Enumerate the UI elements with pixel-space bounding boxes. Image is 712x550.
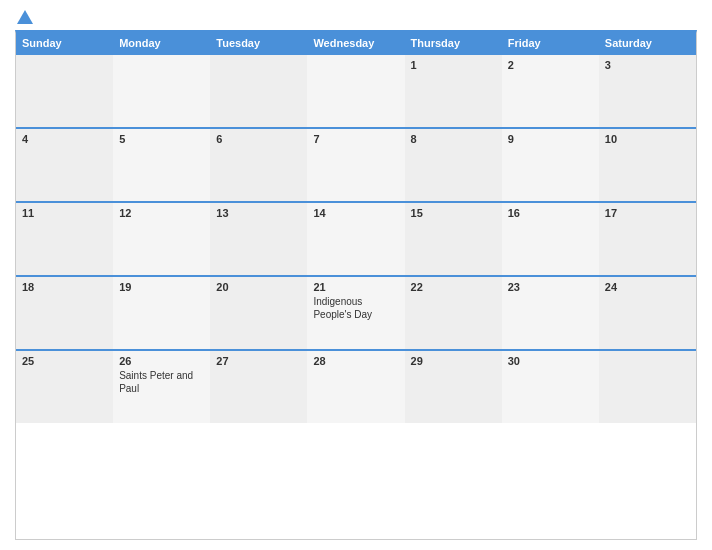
day-cell: 5	[113, 129, 210, 201]
day-header-friday: Friday	[502, 33, 599, 53]
weeks-container: 123456789101112131415161718192021Indigen…	[16, 53, 696, 423]
day-cell: 27	[210, 351, 307, 423]
day-cell	[307, 55, 404, 127]
logo-triangle-icon	[17, 10, 33, 24]
day-cell	[599, 351, 696, 423]
day-cell: 23	[502, 277, 599, 349]
day-cell: 1	[405, 55, 502, 127]
day-number: 5	[119, 133, 204, 145]
day-number: 7	[313, 133, 398, 145]
day-number: 23	[508, 281, 593, 293]
day-number: 3	[605, 59, 690, 71]
day-number: 14	[313, 207, 398, 219]
day-number: 25	[22, 355, 107, 367]
week-row-5: 2526Saints Peter and Paul27282930	[16, 349, 696, 423]
day-cell: 28	[307, 351, 404, 423]
day-cell: 14	[307, 203, 404, 275]
day-number: 10	[605, 133, 690, 145]
day-header-wednesday: Wednesday	[307, 33, 404, 53]
week-row-1: 123	[16, 53, 696, 127]
calendar-page: SundayMondayTuesdayWednesdayThursdayFrid…	[0, 0, 712, 550]
day-number: 20	[216, 281, 301, 293]
day-number: 21	[313, 281, 398, 293]
day-number: 18	[22, 281, 107, 293]
day-headers-row: SundayMondayTuesdayWednesdayThursdayFrid…	[16, 33, 696, 53]
day-cell: 4	[16, 129, 113, 201]
day-cell: 3	[599, 55, 696, 127]
day-cell: 29	[405, 351, 502, 423]
day-cell	[113, 55, 210, 127]
header	[15, 10, 697, 22]
day-number: 12	[119, 207, 204, 219]
day-number: 16	[508, 207, 593, 219]
day-cell: 11	[16, 203, 113, 275]
day-number: 28	[313, 355, 398, 367]
day-number: 4	[22, 133, 107, 145]
day-number: 13	[216, 207, 301, 219]
day-cell: 18	[16, 277, 113, 349]
week-row-3: 11121314151617	[16, 201, 696, 275]
day-cell: 15	[405, 203, 502, 275]
day-cell: 20	[210, 277, 307, 349]
week-row-2: 45678910	[16, 127, 696, 201]
day-cell: 13	[210, 203, 307, 275]
day-number: 27	[216, 355, 301, 367]
day-number: 29	[411, 355, 496, 367]
day-cell: 2	[502, 55, 599, 127]
day-cell: 30	[502, 351, 599, 423]
day-number: 26	[119, 355, 204, 367]
calendar-grid: SundayMondayTuesdayWednesdayThursdayFrid…	[15, 30, 697, 540]
day-header-saturday: Saturday	[599, 33, 696, 53]
day-number: 2	[508, 59, 593, 71]
day-cell: 17	[599, 203, 696, 275]
day-cell: 9	[502, 129, 599, 201]
day-number: 9	[508, 133, 593, 145]
day-number: 30	[508, 355, 593, 367]
event-label: Saints Peter and Paul	[119, 369, 204, 395]
day-header-monday: Monday	[113, 33, 210, 53]
day-header-thursday: Thursday	[405, 33, 502, 53]
day-cell: 12	[113, 203, 210, 275]
day-number: 1	[411, 59, 496, 71]
day-cell: 25	[16, 351, 113, 423]
day-number: 11	[22, 207, 107, 219]
day-number: 6	[216, 133, 301, 145]
logo	[15, 10, 33, 22]
day-cell: 26Saints Peter and Paul	[113, 351, 210, 423]
day-cell	[210, 55, 307, 127]
day-cell: 24	[599, 277, 696, 349]
day-cell: 16	[502, 203, 599, 275]
day-number: 8	[411, 133, 496, 145]
day-number: 22	[411, 281, 496, 293]
week-row-4: 18192021Indigenous People's Day222324	[16, 275, 696, 349]
day-number: 17	[605, 207, 690, 219]
day-cell: 6	[210, 129, 307, 201]
day-header-sunday: Sunday	[16, 33, 113, 53]
day-number: 15	[411, 207, 496, 219]
day-cell: 10	[599, 129, 696, 201]
day-cell	[16, 55, 113, 127]
day-cell: 22	[405, 277, 502, 349]
event-label: Indigenous People's Day	[313, 295, 398, 321]
day-cell: 21Indigenous People's Day	[307, 277, 404, 349]
day-number: 19	[119, 281, 204, 293]
day-header-tuesday: Tuesday	[210, 33, 307, 53]
day-cell: 7	[307, 129, 404, 201]
day-number: 24	[605, 281, 690, 293]
day-cell: 8	[405, 129, 502, 201]
day-cell: 19	[113, 277, 210, 349]
